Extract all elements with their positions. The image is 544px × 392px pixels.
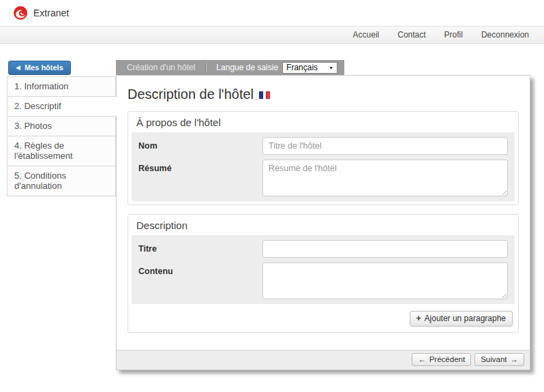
arrow-left-icon: ← xyxy=(418,355,426,363)
section-description-actions: + Ajouter un paragraphe xyxy=(128,307,518,332)
caret-down-icon: ▼ xyxy=(329,65,333,70)
nav-contact[interactable]: Contact xyxy=(397,30,425,40)
nav-accueil[interactable]: Accueil xyxy=(353,30,380,40)
section-description-legend: Description xyxy=(128,215,518,235)
field-row-contenu: Contenu xyxy=(138,262,508,299)
wizard-panel-wrap: Création d'un hôtel Langue de saisie Fra… xyxy=(116,60,530,370)
previous-label: Précédent xyxy=(429,355,465,363)
section-apropos: À propos de l'hôtel Nom Résumé xyxy=(127,111,519,205)
nom-label: Nom xyxy=(138,137,262,155)
next-label: Suivant xyxy=(481,355,507,363)
tab-creation-hotel[interactable]: Création d'un hôtel xyxy=(116,63,206,72)
brand-logo-icon xyxy=(14,6,27,20)
wizard-footer: ← Précédent Suivant → xyxy=(117,350,530,370)
step-information[interactable]: 1. Information xyxy=(7,76,116,97)
field-row-nom: Nom xyxy=(138,137,508,155)
arrow-right-icon: → xyxy=(511,355,519,363)
field-row-titre: Titre xyxy=(138,240,508,258)
app-header: Extranet xyxy=(0,0,544,26)
page-title: Description de l'hôtel xyxy=(127,87,519,102)
language-select[interactable]: Français ▼ xyxy=(282,62,337,74)
wizard-steps: 1. Information 2. Descriptif 3. Photos 4… xyxy=(7,76,116,196)
plus-icon: + xyxy=(417,314,421,323)
nav-deconnexion[interactable]: Deconnexion xyxy=(481,30,529,40)
step-conditions-annulation[interactable]: 5. Conditions d'annulation xyxy=(7,166,116,196)
add-paragraph-button[interactable]: + Ajouter un paragraphe xyxy=(410,311,513,327)
resume-label: Résumé xyxy=(138,160,262,196)
tab-separator xyxy=(206,63,207,72)
field-row-resume: Résumé xyxy=(138,160,508,196)
french-flag-icon xyxy=(259,91,270,99)
chevron-left-icon: ◀ xyxy=(16,64,20,71)
page: Extranet Accueil Contact Profil Deconnex… xyxy=(0,0,544,392)
nom-input[interactable] xyxy=(262,137,508,155)
titre-input[interactable] xyxy=(262,240,508,258)
my-hotels-back-label: Mes hôtels xyxy=(25,63,63,72)
content-area: ◀ Mes hôtels 1. Information 2. Descripti… xyxy=(0,44,544,392)
contenu-label: Contenu xyxy=(138,262,262,299)
add-paragraph-label: Ajouter un paragraphe xyxy=(425,314,506,323)
contenu-textarea[interactable] xyxy=(262,262,508,299)
section-apropos-legend: À propos de l'hôtel xyxy=(128,112,518,132)
form-panel-body: Description de l'hôtel À propos de l'hôt… xyxy=(117,76,530,350)
app-title: Extranet xyxy=(33,7,69,18)
titre-label: Titre xyxy=(138,240,262,258)
language-label: Langue de saisie xyxy=(216,63,278,72)
my-hotels-back-button[interactable]: ◀ Mes hôtels xyxy=(8,61,71,75)
sidebar: ◀ Mes hôtels 1. Information 2. Descripti… xyxy=(7,60,116,196)
step-photos[interactable]: 3. Photos xyxy=(7,116,116,136)
section-apropos-fields: Nom Résumé xyxy=(132,132,515,201)
resume-textarea[interactable] xyxy=(262,160,508,196)
panel-tabbar: Création d'un hôtel Langue de saisie Fra… xyxy=(116,60,344,75)
section-description-fields: Titre Contenu xyxy=(132,235,515,304)
nav-profil[interactable]: Profil xyxy=(444,30,463,40)
language-selected-value: Français xyxy=(286,63,318,72)
page-title-text: Description de l'hôtel xyxy=(127,87,254,102)
top-nav: Accueil Contact Profil Deconnexion xyxy=(0,26,544,44)
step-regles-etablissement[interactable]: 4. Règles de l'établissement xyxy=(7,136,116,166)
previous-button[interactable]: ← Précédent xyxy=(412,353,471,366)
section-description: Description Titre Contenu xyxy=(127,214,519,333)
step-descriptif[interactable]: 2. Descriptif xyxy=(7,96,117,117)
next-button[interactable]: Suivant → xyxy=(474,353,524,366)
form-panel: Description de l'hôtel À propos de l'hôt… xyxy=(116,75,530,370)
